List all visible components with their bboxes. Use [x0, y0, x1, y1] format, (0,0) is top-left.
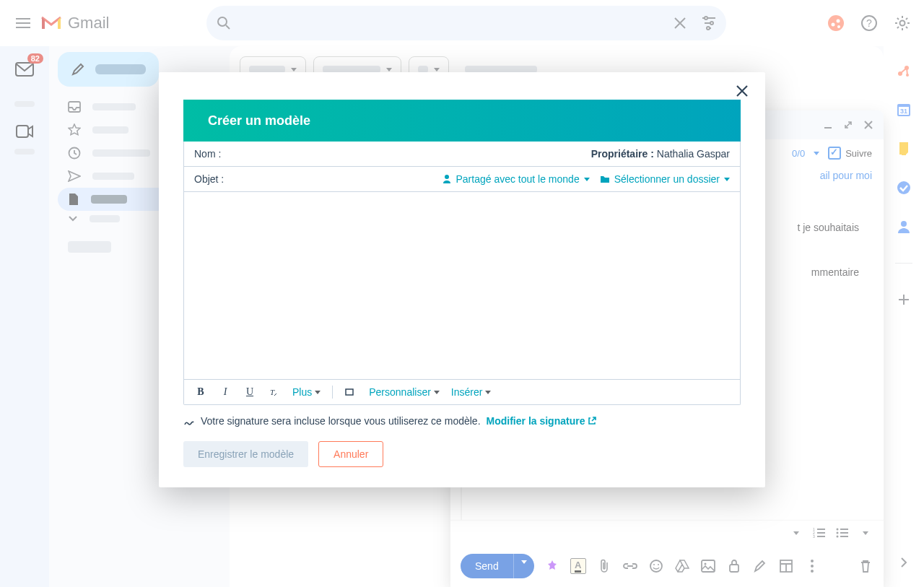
template-toolbar: B I U T Plus Personnaliser Insérer [184, 379, 740, 404]
owner-label: Propriétaire : [591, 148, 654, 160]
svg-text:T: T [270, 388, 275, 396]
close-icon [736, 84, 749, 97]
modal-title-banner: Créer un modèle [183, 100, 741, 142]
clear-format-button[interactable]: T [268, 387, 281, 397]
folder-icon [600, 175, 610, 183]
create-template-modal: Créer un modèle Nom : Propriétaire : Nat… [159, 72, 765, 487]
modal-actions: Enregistrer le modèle Annuler [183, 441, 741, 467]
name-row: Nom : Propriétaire : Nathalia Gaspar [184, 142, 740, 166]
underline-button[interactable]: U [243, 386, 256, 398]
template-form: Nom : Propriétaire : Nathalia Gaspar Obj… [183, 142, 741, 405]
subject-label: Objet : [194, 173, 224, 185]
person-icon [443, 174, 451, 184]
name-label: Nom : [194, 148, 221, 160]
cancel-button[interactable]: Annuler [318, 441, 383, 467]
bold-button[interactable]: B [194, 386, 207, 398]
template-body-editor[interactable] [184, 191, 740, 379]
insert-dropdown[interactable]: Insérer [451, 386, 492, 398]
share-dropdown[interactable]: Partagé avec tout le monde [443, 173, 589, 185]
italic-button[interactable]: I [219, 386, 232, 398]
external-link-icon [588, 417, 596, 425]
more-format-dropdown[interactable]: Plus [292, 386, 321, 398]
edit-signature-link[interactable]: Modifier la signature [487, 415, 597, 427]
owner-name: Nathalia Gaspar [657, 148, 730, 160]
signature-icon [183, 415, 195, 427]
insert-link-button[interactable] [344, 387, 357, 397]
modal-overlay: Créer un modèle Nom : Propriétaire : Nat… [0, 0, 924, 587]
save-template-button[interactable]: Enregistrer le modèle [183, 441, 308, 467]
modal-close-button[interactable] [733, 82, 751, 100]
personalize-dropdown[interactable]: Personnaliser [369, 386, 440, 398]
signature-note: Votre signature sera incluse lorsque vou… [183, 415, 741, 427]
svg-point-40 [445, 175, 449, 179]
folder-dropdown[interactable]: Sélectionner un dossier [600, 173, 730, 185]
subject-row: Objet : Partagé avec tout le monde Sélec… [184, 166, 740, 191]
svg-rect-42 [346, 389, 353, 395]
modal-title: Créer un modèle [208, 113, 310, 129]
